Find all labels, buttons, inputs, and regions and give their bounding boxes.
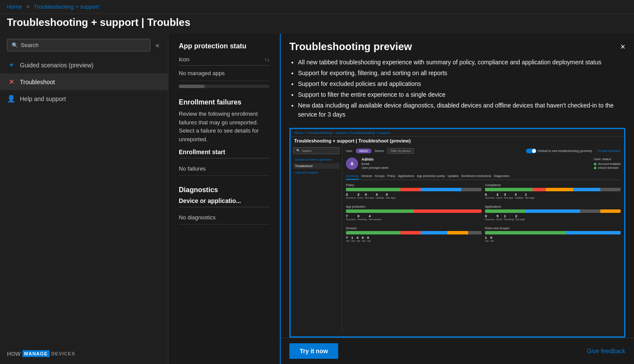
mini-breadcrumb: Home > Troubleshooting + support | Troub…: [291, 129, 624, 137]
mini-chart-app-protection-label: App protection: [346, 205, 482, 208]
mini-search-box: 🔍 Search: [293, 147, 339, 154]
screenshot-container: Home > Troubleshooting + support | Troub…: [289, 128, 625, 338]
mini-stat-d3: 4Val: [356, 236, 360, 242]
mini-title: Troubleshooting + support | Troubleshoot…: [291, 137, 624, 145]
sidebar-item-troubleshoot[interactable]: ✕ Troubleshoot: [0, 73, 168, 90]
sort-icon[interactable]: ↑↓: [264, 57, 269, 63]
mini-chart-compliance: Compliance 6Success: [485, 184, 621, 199]
no-managed-apps-row: No managed apps: [179, 66, 269, 81]
mini-dot-green-2: [594, 167, 596, 169]
mini-stat-c4: 3Update: [515, 193, 523, 199]
mini-stat-d1: 7Val: [346, 236, 349, 242]
mini-account-enabled: Account enabled: [594, 162, 621, 165]
enrollment-description: Review the following enrollment failures…: [179, 110, 269, 143]
mini-stat-app1: 0Success: [485, 214, 495, 221]
mini-user-info: Admin Email: User principal name: [361, 157, 388, 170]
try-it-now-button[interactable]: Try it now: [289, 343, 338, 359]
mini-stat-p2: 2Error: [358, 193, 363, 199]
no-failures-label: No failures: [179, 162, 269, 176]
bullet-5: New data including all available device …: [298, 101, 625, 119]
mini-stat-app2: 5Error: [497, 214, 502, 221]
mini-user-row: A Admin Email: User principal name User …: [346, 157, 621, 170]
breadcrumb-home[interactable]: Home: [7, 3, 22, 10]
mini-stat-p3: 0Not app: [365, 193, 374, 199]
mini-stat-c2: 2Error: [497, 193, 502, 199]
mini-bar-policy: [346, 188, 482, 191]
mini-stat-app4: 2Not appl: [515, 214, 525, 221]
mini-filter-device: Filter by device: [387, 148, 414, 154]
breadcrumb-bar: Home > Troubleshooting + support: [0, 0, 634, 14]
mini-bar-dev-red: [400, 231, 421, 234]
mini-stat-p5: 0Not appl: [386, 193, 395, 199]
bullet-2: Support for exporting, filtering, and so…: [298, 69, 625, 78]
mini-tab-diagnostics: Diagnostics: [494, 174, 510, 180]
mini-toggle-label: Default to new troubleshooting (preview): [538, 149, 592, 152]
mini-bar-compliance-green: [485, 188, 533, 191]
mini-chart-roles-label: Roles and Scopes: [485, 227, 621, 230]
preview-panel: Troubleshooting preview × All new tabbed…: [280, 34, 634, 364]
mini-stat-r1: 1Val: [485, 236, 488, 242]
close-button[interactable]: ×: [620, 42, 625, 52]
mini-bar-ap-red: [414, 209, 482, 213]
device-app-header: Device or applicatio...: [179, 197, 269, 207]
diagnostics-title: Diagnostics: [179, 186, 269, 194]
bullet-4: Support to filter the entire experience …: [298, 90, 625, 99]
mini-bar-app-blue: [526, 209, 580, 213]
mini-nav-troubleshoot: Troubleshoot: [293, 163, 339, 169]
mini-search-icon: 🔍: [296, 149, 300, 152]
enrollment-failures-title: Enrollment failures: [179, 98, 269, 106]
search-box[interactable]: 🔍 Search: [7, 39, 150, 51]
search-container: 🔍 Search «: [0, 34, 168, 57]
sidebar-item-guided[interactable]: ✦ Guided scenarios (preview): [0, 57, 168, 73]
mini-tab-summary: Summary: [346, 174, 359, 180]
mini-stat-d5: 0Val: [367, 236, 371, 242]
mini-bar-compliance-blue: [573, 188, 600, 191]
scrollbar-thumb: [179, 85, 205, 88]
mini-bar-compliance-orange: [546, 188, 573, 191]
give-feedback-link[interactable]: Give feedback: [587, 348, 626, 355]
sidebar-label-guided: Guided scenarios (preview): [20, 62, 93, 69]
mini-intune-licensed: Intune licensed: [594, 166, 621, 169]
logo-how: HOW: [7, 351, 21, 357]
content-area: App protection statu Icon ↑↓ No managed …: [168, 34, 280, 364]
mini-filter-bar: User Admin Device Filter by device Defau…: [346, 148, 621, 154]
preview-header: Troubleshooting preview ×: [281, 34, 634, 58]
mini-bar-applications: [485, 209, 621, 213]
mini-bar-compliance-red: [533, 188, 546, 191]
main-layout: 🔍 Search « ✦ Guided scenarios (preview) …: [0, 34, 634, 364]
mini-user-email: Email:: [361, 162, 388, 165]
table-header: Icon ↑↓: [179, 54, 269, 66]
mini-bar-dev-orange: [447, 231, 468, 234]
collapse-button[interactable]: «: [154, 40, 161, 51]
mini-stat-app3: 1Pending: [504, 214, 514, 221]
mini-chart-applications-label: Applications: [485, 205, 621, 208]
mini-bar-app-green: [485, 209, 526, 213]
mini-stats-devices: 7Val 1Val 4Val 0Val 0Val: [346, 236, 482, 242]
app-protection-section: App protection statu Icon ↑↓ No managed …: [179, 42, 269, 88]
logo: HOW MANAGE DEVICES: [7, 350, 161, 357]
mini-chart-policy-label: Policy: [346, 184, 482, 187]
mini-stat-d4: 0Val: [362, 236, 365, 242]
mini-feedback-link: Provide feedback: [597, 149, 621, 152]
mini-tab-groups: Groups: [375, 174, 385, 180]
mini-stat-ap3: 4Not assess: [369, 214, 382, 221]
mini-tab-app-protection: App protection policy: [417, 174, 445, 180]
preview-bullets: All new tabbed troubleshooting experienc…: [281, 58, 634, 128]
mini-nav-help: Help and support: [293, 170, 339, 175]
mini-bar-roles-blue: [566, 231, 621, 234]
mini-search-placeholder: Search: [302, 149, 311, 152]
mini-stat-p1: 2Success: [346, 193, 356, 199]
mini-chart-devices: Devices 7Val 1Val: [346, 227, 482, 242]
mini-bar-app-orange: [600, 209, 621, 213]
sidebar-label-troubleshoot: Troubleshoot: [20, 79, 55, 85]
app-protection-title: App protection statu: [179, 42, 269, 50]
scrollbar[interactable]: [179, 85, 269, 88]
mini-bar-roles-green: [485, 231, 566, 234]
mini-bar-policy-red: [400, 188, 421, 191]
mini-bar-app-protection: [346, 209, 482, 213]
sidebar-item-help[interactable]: 👤 Help and support: [0, 90, 168, 107]
mini-charts-grid: Policy 2Success 2Error: [346, 184, 621, 245]
preview-title: Troubleshooting preview: [289, 41, 412, 53]
bullet-1: All new tabbed troubleshooting experienc…: [298, 58, 625, 67]
breadcrumb-troubleshooting[interactable]: Troubleshooting + support: [34, 3, 99, 10]
